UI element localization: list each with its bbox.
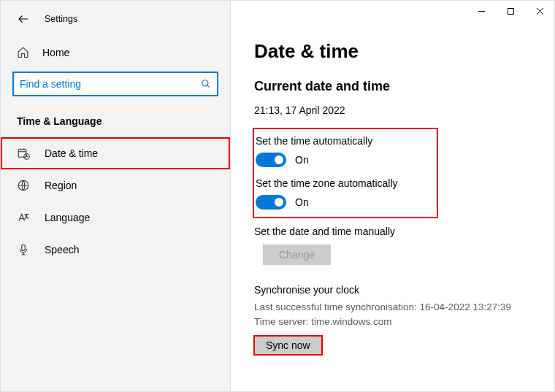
sidebar-item-date-time[interactable]: Date & time: [1, 137, 230, 169]
manual-label: Set the date and time manually: [254, 226, 531, 237]
microphone-icon: [17, 243, 30, 256]
auto-tz-state: On: [295, 196, 309, 208]
auto-tz-toggle[interactable]: [256, 195, 286, 210]
search-icon: [201, 79, 211, 89]
current-date-time: 21:13, 17 April 2022: [254, 104, 531, 116]
sidebar-item-label: Region: [45, 180, 77, 191]
auto-time-toggle[interactable]: [256, 153, 286, 167]
header-row: Settings: [1, 12, 230, 40]
calendar-clock-icon: [17, 147, 30, 160]
sidebar-item-region[interactable]: Region: [1, 169, 230, 201]
svg-point-0: [202, 80, 208, 86]
page-title: Date & time: [254, 40, 531, 63]
sidebar-item-label: Speech: [45, 244, 79, 255]
home-nav[interactable]: Home: [1, 40, 230, 64]
svg-rect-5: [508, 8, 513, 14]
auto-time-state: On: [295, 154, 309, 166]
sidebar-item-label: Date & time: [45, 147, 98, 159]
svg-rect-4: [22, 245, 26, 250]
sidebar-item-label: Language: [45, 212, 90, 223]
auto-tz-label: Set the time zone automatically: [256, 177, 435, 189]
sync-last: Last successful time synchronisation: 16…: [254, 300, 531, 315]
sync-server: Time server: time.windows.com: [254, 315, 531, 329]
change-button: Change: [263, 245, 331, 265]
close-button[interactable]: [525, 1, 554, 21]
svg-rect-1: [18, 150, 26, 158]
back-icon[interactable]: [17, 12, 30, 26]
search-input[interactable]: [12, 72, 218, 96]
auto-time-label: Set the time automatically: [256, 135, 435, 147]
globe-icon: [17, 179, 30, 192]
titlebar-controls: [467, 1, 554, 21]
sync-title: Synchronise your clock: [254, 284, 531, 296]
window-title: Settings: [45, 14, 77, 24]
sidebar: Settings Home Time & Language Date & tim…: [1, 1, 231, 391]
sync-now-button[interactable]: Sync now: [254, 336, 322, 355]
home-label: Home: [42, 47, 69, 58]
home-icon: [17, 46, 29, 58]
maximize-button[interactable]: [496, 1, 525, 21]
sidebar-item-language[interactable]: Language: [1, 201, 230, 234]
auto-settings-group: Set the time automatically On Set the ti…: [254, 129, 437, 217]
sidebar-item-speech[interactable]: Speech: [1, 234, 230, 266]
language-icon: [17, 211, 30, 224]
search-field[interactable]: [20, 78, 201, 90]
main-content: Date & time Current date and time 21:13,…: [231, 1, 554, 391]
subtitle: Current date and time: [254, 79, 531, 94]
sync-info: Last successful time synchronisation: 16…: [254, 300, 531, 330]
minimize-button[interactable]: [467, 1, 496, 21]
section-header: Time & Language: [1, 109, 230, 137]
